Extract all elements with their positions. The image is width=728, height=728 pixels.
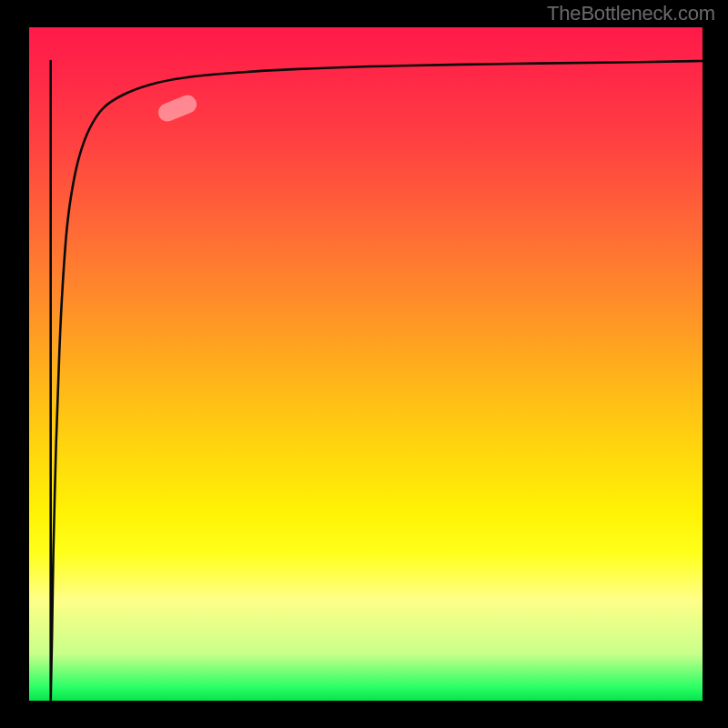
chart-curve bbox=[51, 61, 703, 701]
chart-frame bbox=[29, 27, 703, 701]
attribution-label: TheBottleneck.com bbox=[547, 2, 715, 25]
chart-svg bbox=[29, 27, 703, 701]
